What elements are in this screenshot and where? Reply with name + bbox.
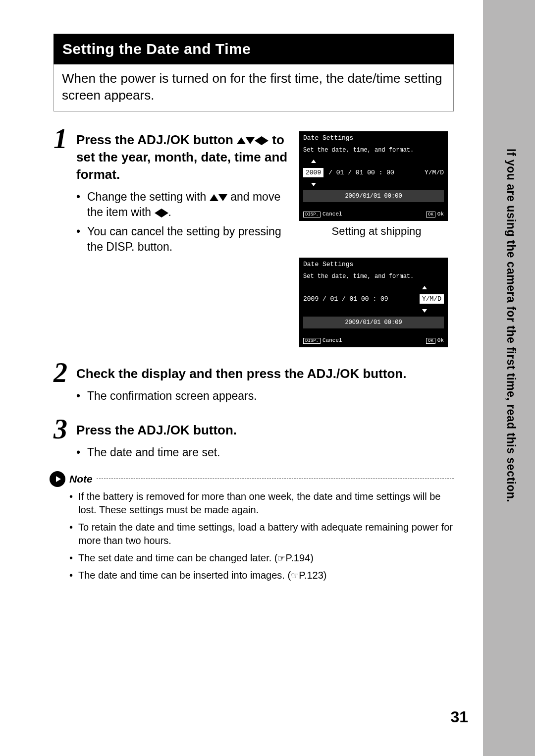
lcd-subtitle: Set the date, time, and format. (303, 273, 444, 280)
intro-text: When the power is turned on for the firs… (54, 64, 454, 111)
lcd-date-rest: / 01 / 01 00 : 00 (328, 169, 394, 176)
step-bullet: • You can cancel the setting by pressing… (76, 224, 289, 255)
step-heading: Check the display and then press the ADJ… (76, 365, 454, 382)
arrow-up-icon (422, 286, 427, 289)
note-bullet: •The date and time can be inserted into … (69, 569, 454, 582)
step-2: 2 Check the display and then press the A… (54, 360, 454, 408)
page-ref-icon: ☞ (291, 570, 299, 582)
t: . (168, 206, 171, 218)
step-bullet: • Change the setting with and move the i… (76, 189, 289, 220)
up-icon (210, 194, 218, 201)
t: If the battery is removed for more than … (78, 490, 454, 517)
note-bullet: •The set date and time can be changed la… (69, 551, 454, 565)
down-icon (246, 137, 255, 144)
left-icon (255, 136, 262, 145)
steps: 1 Press the ADJ./OK button to set the ye… (54, 126, 454, 464)
ok-label: Ok (437, 211, 444, 217)
step-heading: Press the ADJ./OK button to set the year… (76, 131, 289, 183)
step-bullet: • The confirmation screen appears. (76, 388, 454, 404)
arrow-down-icon (311, 183, 316, 186)
manual-page: If you are using the camera for the firs… (0, 0, 535, 756)
ok-label: Ok (437, 337, 444, 343)
lcd-title: Date Settings (303, 134, 444, 142)
step-body: Press the ADJ./OK button to set the year… (76, 126, 454, 351)
right-icon (161, 209, 168, 217)
arrow-up-icon (311, 160, 316, 163)
note-label: Note (69, 473, 93, 485)
note-bullet: •To retain the date and time settings, l… (69, 521, 454, 547)
lcd-screen-2: Date Settings Set the date, time, and fo… (299, 258, 448, 347)
ok-button-label: OK (426, 212, 435, 217)
note-block: Note •If the battery is removed for more… (54, 473, 454, 582)
lcd-illustrations: Date Settings Set the date, time, and fo… (299, 131, 454, 351)
lcd-date: 2009 / 01 / 01 00 : 09 (303, 295, 388, 303)
step-1: 1 Press the ADJ./OK button to set the ye… (54, 126, 454, 351)
page-ref-icon: ☞ (277, 552, 285, 564)
lcd-subtitle: Set the date, time, and format. (303, 147, 444, 154)
arrow-down-icon (422, 309, 427, 313)
lcd-preview-bar: 2009/01/01 00:00 (303, 190, 444, 202)
lcd-title: Date Settings (303, 261, 444, 268)
t: The date and time can be inserted into i… (78, 570, 291, 581)
note-bullet: •If the battery is removed for more than… (69, 490, 454, 517)
bullet-text: The date and time are set. (87, 445, 454, 460)
t: To retain the date and time settings, lo… (78, 521, 454, 547)
ok-button-label: OK (426, 338, 435, 344)
lcd-caption: Setting at shipping (299, 225, 454, 238)
step-number: 3 (54, 417, 76, 441)
t: P.123) (299, 570, 326, 581)
side-tab-text: If you are using the camera for the firs… (504, 149, 518, 502)
bullet-text: The confirmation screen appears. (87, 388, 454, 404)
step-3: 3 Press the ADJ./OK button. • The date a… (54, 417, 454, 464)
t: P.194) (285, 552, 313, 563)
disp-button-label: DISP. (303, 212, 321, 217)
t: Change the setting with (87, 190, 206, 203)
note-icon (50, 471, 65, 487)
cancel-label: Cancel (322, 211, 342, 217)
page-content: Setting the Date and Time When the power… (54, 34, 454, 586)
step-bullet: • The date and time are set. (76, 445, 454, 460)
lcd-preview-bar: 2009/01/01 00:09 (303, 317, 444, 328)
page-number: 31 (450, 708, 468, 726)
down-icon (218, 194, 227, 201)
step-number: 2 (54, 360, 76, 385)
left-icon (155, 209, 161, 217)
lcd-year-selected: 2009 (303, 168, 323, 177)
bullet-text: You can cancel the setting by pressing t… (87, 224, 289, 255)
step-heading-text: Press the ADJ./OK button (76, 132, 233, 147)
note-divider (97, 479, 454, 479)
step-heading: Press the ADJ./OK button. (76, 422, 454, 439)
lcd-format-selected: Y/M/D (420, 294, 444, 304)
right-icon (262, 136, 268, 145)
step-number: 1 (54, 126, 76, 151)
lcd-format: Y/M/D (425, 169, 444, 176)
up-icon (237, 137, 246, 144)
disp-button-label: DISP. (303, 338, 321, 344)
cancel-label: Cancel (322, 337, 342, 343)
section-title: Setting the Date and Time (54, 34, 454, 64)
lcd-screen-1: Date Settings Set the date, time, and fo… (299, 131, 448, 221)
t: The set date and time can be changed lat… (78, 552, 277, 563)
bullet-text: Change the setting with and move the ite… (87, 189, 289, 220)
